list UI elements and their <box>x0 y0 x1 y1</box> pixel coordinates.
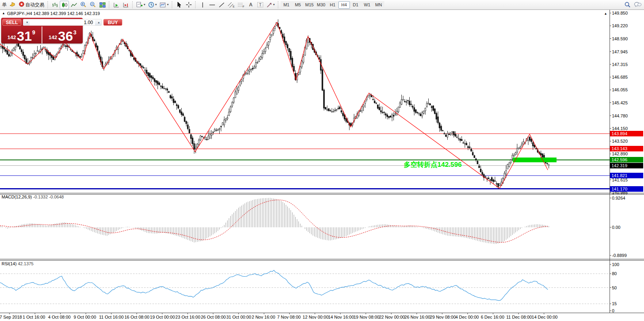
text-tool-button[interactable]: A <box>246 1 255 9</box>
timeframe-button-d1[interactable]: D1 <box>350 1 361 9</box>
rsi-axis-label: 100 <box>612 262 619 267</box>
time-tick-label: 6 Dec 16:00 <box>481 315 504 319</box>
buy-price-sup: 3 <box>73 29 76 36</box>
time-tick-label: 27 Sep 2018 <box>0 315 22 319</box>
trendline-icon <box>218 2 225 8</box>
new-order-button[interactable]: 单 <box>1 2 8 8</box>
templates-button[interactable]: ▾ <box>158 1 170 9</box>
svg-text:E: E <box>233 5 235 8</box>
volume-decrease-button[interactable]: ▼ <box>23 19 30 25</box>
volume-input[interactable] <box>30 19 95 25</box>
trendline-tool-button[interactable] <box>217 1 226 9</box>
line-chart-button[interactable] <box>69 1 78 9</box>
templates-icon <box>160 2 166 8</box>
zoom-out-icon <box>89 2 96 8</box>
periods-button[interactable]: ▾ <box>147 1 158 9</box>
price-level-label: 142.319 <box>610 163 643 168</box>
macd-main-value: -0.1332 <box>33 194 47 199</box>
search-icon <box>624 2 631 8</box>
autotrading-button[interactable]: 自动交易 <box>17 1 46 9</box>
fibonacci-tool-button[interactable]: F <box>236 1 246 9</box>
autotrading-label: 自动交易 <box>25 2 44 8</box>
quotes-button[interactable] <box>8 1 17 9</box>
tile-windows-button[interactable] <box>98 1 107 9</box>
line-chart-icon <box>71 2 77 8</box>
search-button[interactable] <box>623 1 632 9</box>
vertical-line-tool-button[interactable] <box>198 1 207 9</box>
tile-windows-icon <box>99 2 106 8</box>
price-level-label: 143.894 <box>610 131 643 136</box>
toolbar-separator <box>195 1 196 8</box>
macd-label: MACD(12,26,9) -0.1332 -0.0648 <box>2 194 64 199</box>
chat-button[interactable] <box>633 1 643 9</box>
chevron-down-icon: ▾ <box>273 3 275 6</box>
price-tick-label: 149.850 <box>612 11 628 15</box>
time-tick-label: 1 Oct 16:00 <box>23 315 45 319</box>
volume-increase-button[interactable]: ▲ <box>95 19 101 25</box>
rsi-axis-label: 0 <box>612 308 614 313</box>
horizontal-line-tool-button[interactable] <box>207 1 217 9</box>
trade-panel-toggle[interactable]: ▲ <box>2 11 5 15</box>
zoom-in-icon <box>80 2 87 8</box>
price-level-label: 143.143 <box>610 146 643 151</box>
timeframe-button-m5[interactable]: M5 <box>292 1 304 9</box>
macd-axis-label: 0.00 <box>612 225 620 230</box>
crosshair-tool-button[interactable] <box>184 1 193 9</box>
time-tick-label: 29 Nov 08:00 <box>430 315 456 319</box>
buy-price[interactable]: 142 36 3 <box>42 26 83 43</box>
candlestick-chart-button[interactable] <box>60 1 69 9</box>
price-tick-label: 145.425 <box>612 100 628 105</box>
clock-icon <box>148 2 154 8</box>
buy-price-big: 36 <box>58 30 73 42</box>
toolbar-separator <box>278 1 279 8</box>
macd-signal-value: -0.0648 <box>49 194 64 199</box>
time-tick-label: 14 Nov 16:00 <box>328 315 354 319</box>
time-tick-label: 11 Dec 08:00 <box>506 315 532 319</box>
time-tick-label: 22 Nov 00:00 <box>379 315 405 319</box>
vertical-line-icon <box>200 2 205 8</box>
time-tick-label: 2 Nov 16:00 <box>252 315 275 319</box>
time-tick-label: 12 Nov 00:00 <box>303 315 329 319</box>
time-tick-label: 4 Dec 00:00 <box>455 315 479 319</box>
toolbar-separator <box>109 1 110 8</box>
chart-canvas[interactable] <box>0 0 644 321</box>
chevron-down-icon: ▾ <box>167 3 169 6</box>
price-tick-label: 149.220 <box>612 23 628 28</box>
timeframe-button-mn[interactable]: MN <box>373 1 384 9</box>
sell-price-prefix: 142 <box>8 34 16 40</box>
sell-price[interactable]: 142 31 9 <box>1 26 42 43</box>
rsi-label: RSI(14) 42.1375 <box>2 261 34 266</box>
crosshair-icon <box>186 2 192 8</box>
quotes-icon <box>9 1 16 8</box>
timeframe-button-m1[interactable]: M1 <box>281 1 292 9</box>
timeframe-button-m15[interactable]: M15 <box>304 1 315 9</box>
auto-scroll-button[interactable] <box>112 1 121 9</box>
sell-price-big: 31 <box>17 30 32 42</box>
arrows-tool-button[interactable]: ▾ <box>265 1 276 9</box>
one-click-trade-panel: SELL ▼ ▲ BUY 142 31 9 142 36 3 <box>1 18 83 43</box>
timeframe-button-m30[interactable]: M30 <box>315 1 327 9</box>
autotrading-icon <box>19 1 25 8</box>
timeframe-button-h1[interactable]: H1 <box>327 1 338 9</box>
arrow-shape-icon <box>266 2 272 8</box>
zoom-out-button[interactable] <box>88 1 97 9</box>
equidistant-channel-icon: E <box>228 2 235 8</box>
new-chart-button[interactable]: ▾ <box>135 1 146 9</box>
cursor-tool-button[interactable] <box>175 1 184 9</box>
label-tool-button[interactable]: T <box>256 1 265 9</box>
timeframe-button-w1[interactable]: W1 <box>361 1 373 9</box>
buy-button[interactable]: BUY <box>103 19 122 26</box>
chart-shift-icon <box>123 2 129 8</box>
chart-shift-button[interactable] <box>121 1 130 9</box>
chat-bubbles-icon <box>634 2 642 8</box>
fibonacci-icon: F <box>237 2 245 8</box>
timeframe-button-h4[interactable]: H4 <box>338 1 350 9</box>
time-tick-label: 23 Oct 16:00 <box>175 315 200 319</box>
svg-text:T: T <box>259 3 262 7</box>
sell-button[interactable]: SELL <box>2 19 21 26</box>
channel-tool-button[interactable]: E <box>226 1 236 9</box>
bar-chart-button[interactable] <box>50 1 59 9</box>
zoom-in-button[interactable] <box>79 1 88 9</box>
toolbar: 单 自动交易 ▾ ▾ ▾ E F A T ▾ M1M5M1 <box>0 0 644 10</box>
chevron-down-icon: ▾ <box>155 3 157 6</box>
